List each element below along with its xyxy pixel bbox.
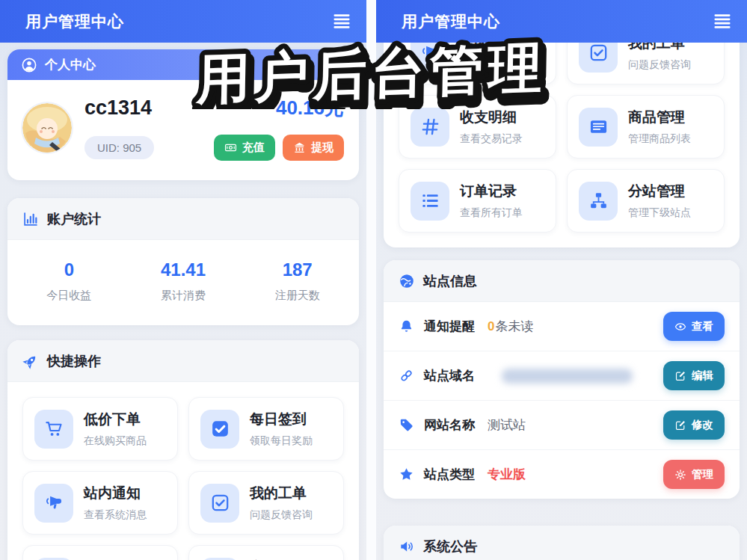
quick-action-substation-management[interactable]: 分站管理 管理下级站点 <box>567 169 725 233</box>
quick-actions-card: 快捷操作 低价下单 在线购买商品 每日签到 领取每日奖励 站内通知 查看系统消息 <box>7 340 359 560</box>
quick-action-order-records[interactable]: 订单记录 查看所有订单 <box>399 169 556 233</box>
balance-amount: 40.16元 <box>214 95 344 121</box>
person-circle-icon <box>21 57 37 73</box>
quick-action-low-price-order[interactable]: 低价下单 在线购买商品 <box>22 397 178 461</box>
screenshot-divider <box>366 0 376 560</box>
quick-action-icon-tile <box>411 108 449 147</box>
stat-label: 累计消费 <box>126 289 241 303</box>
quick-action-title: 我的工单 <box>250 484 313 503</box>
site-row-action-button[interactable]: 查看 <box>663 312 725 341</box>
app-title: 用户管理中心 <box>402 11 710 32</box>
site-row-action-button[interactable]: 修改 <box>663 410 725 440</box>
star-icon <box>399 467 414 482</box>
stat-value: 0 <box>12 259 126 280</box>
site-row-value: 0条未读 <box>488 318 533 335</box>
quick-action-title: 低价下单 <box>84 410 147 429</box>
quick-action-icon-tile <box>411 182 449 221</box>
cart-icon <box>44 419 64 439</box>
account-stats-card: 账户统计 0 今日收益 41.41 累计消费 187 注册天数 <box>7 198 359 325</box>
quick-action-subtitle: 查看所有订单 <box>460 206 523 220</box>
username: cc1314 <box>84 96 201 120</box>
right-phone-screen: 快捷操作 低价下单 在线购买商品 每日签到 领取每日奖励 站内通知 查看系统消息 <box>376 0 747 560</box>
personal-center-card: 个人中心 cc1314 40.16元 UID: 905 充值 <box>7 49 359 180</box>
value-part: 条未读 <box>495 318 533 335</box>
quick-action-text: 商品管理 管理商品列表 <box>628 108 691 146</box>
avatar-illustration <box>22 103 72 153</box>
menu-button[interactable] <box>329 9 354 34</box>
link-icon <box>399 368 414 384</box>
site-row-site-name: 网站名称 测试站 修改 <box>384 401 740 450</box>
edit-icon <box>674 370 686 382</box>
sitemap-icon <box>588 191 609 211</box>
megaphone-icon <box>420 43 440 63</box>
stat-label: 注册天数 <box>240 289 354 303</box>
quick-action-text: 每日签到 领取每日奖励 <box>250 410 313 448</box>
quick-action-subtitle: 管理商品列表 <box>628 132 691 146</box>
quick-action-icon-tile <box>200 410 239 449</box>
tag-icon <box>399 417 414 433</box>
quick-action-subtitle: 查看系统消息 <box>460 58 523 72</box>
gear-icon <box>674 469 686 481</box>
uid-badge: UID: 905 <box>84 136 154 159</box>
site-row-action-button[interactable]: 管理 <box>663 460 725 489</box>
personal-center-header: 个人中心 <box>7 49 359 80</box>
quick-action-text: 分站管理 管理下级站点 <box>628 182 691 220</box>
quick-action-icon-tile <box>579 108 618 147</box>
quick-action-subtitle: 查看交易记录 <box>460 132 523 146</box>
speaker-icon <box>399 538 415 555</box>
announcement-header: 系统公告 <box>384 526 740 560</box>
site-row-value: 测试站 <box>488 416 526 434</box>
site-info-card: 站点信息 通知提醒 0条未读 查看 站点域名 编辑 网站名称 测试 <box>384 260 740 499</box>
quick-action-icon-tile <box>34 558 73 560</box>
rocket-icon <box>22 353 39 369</box>
site-info-header: 站点信息 <box>384 260 740 302</box>
chart-icon <box>22 211 39 227</box>
quick-action-icon-tile <box>200 558 239 560</box>
balance-actions: 充值 提现 <box>214 135 344 161</box>
quick-action-product-management[interactable]: 商品管理 管理商品列表 <box>567 95 725 159</box>
quick-action-transactions[interactable]: 收支明细 查看交易记录 <box>22 545 178 560</box>
quick-action-title: 订单记录 <box>460 182 523 201</box>
left-screen-content: 个人中心 cc1314 40.16元 UID: 905 充值 <box>0 0 366 560</box>
app-header: 用户管理中心 <box>0 0 366 43</box>
right-screen-content: 快捷操作 低价下单 在线购买商品 每日签到 领取每日奖励 站内通知 查看系统消息 <box>376 0 747 560</box>
site-row-label: 通知提醒 <box>424 318 475 335</box>
quick-action-text: 低价下单 在线购买商品 <box>84 410 147 448</box>
announcement-card: 系统公告 <box>384 526 740 560</box>
quick-action-transactions[interactable]: 收支明细 查看交易记录 <box>399 95 556 159</box>
quick-action-text: 收支明细 查看交易记录 <box>460 108 523 146</box>
check-solid-icon <box>210 419 230 439</box>
app-title: 用户管理中心 <box>25 11 329 32</box>
withdraw-button[interactable]: 提现 <box>283 135 344 161</box>
site-row-label: 网站名称 <box>424 416 475 434</box>
quick-actions-grid: 低价下单 在线购买商品 每日签到 领取每日奖励 站内通知 查看系统消息 我的工单… <box>7 382 359 560</box>
quick-actions-header: 快捷操作 <box>7 340 359 382</box>
quick-action-my-tickets[interactable]: 我的工单 问题反馈咨询 <box>188 471 344 535</box>
quick-action-daily-checkin[interactable]: 每日签到 领取每日奖励 <box>188 397 344 461</box>
quick-action-text: 我的工单 问题反馈咨询 <box>250 484 313 522</box>
value-part: 专业版 <box>488 466 526 483</box>
announcement-title: 系统公告 <box>423 538 477 556</box>
recharge-label: 充值 <box>242 141 265 155</box>
stat-label: 今日收益 <box>12 289 126 303</box>
site-row-label: 站点类型 <box>424 466 475 483</box>
quick-action-icon-tile <box>34 484 73 523</box>
site-row-action-button[interactable]: 编辑 <box>663 361 725 390</box>
site-row-label: 站点域名 <box>424 367 475 384</box>
quick-action-product-management[interactable]: 商品管理 管理商品列表 <box>188 545 344 560</box>
value-part: 测试站 <box>488 416 526 434</box>
account-stats-header: 账户统计 <box>7 198 359 240</box>
personal-center-title: 个人中心 <box>45 56 96 73</box>
quick-action-site-notice[interactable]: 站内通知 查看系统消息 <box>22 471 178 535</box>
bell-icon <box>399 319 414 334</box>
quick-action-icon-tile <box>200 484 239 523</box>
account-stats-title: 账户统计 <box>47 210 101 228</box>
recharge-button[interactable]: 充值 <box>214 135 275 161</box>
site-info-title: 站点信息 <box>423 272 477 290</box>
quick-action-title: 站内通知 <box>84 484 147 503</box>
site-info-rows: 通知提醒 0条未读 查看 站点域名 编辑 网站名称 测试站 修改 <box>384 302 740 499</box>
money-icon <box>224 141 237 154</box>
avatar[interactable] <box>22 103 72 153</box>
menu-button[interactable] <box>710 9 735 34</box>
quick-action-subtitle: 领取每日奖励 <box>250 434 313 448</box>
